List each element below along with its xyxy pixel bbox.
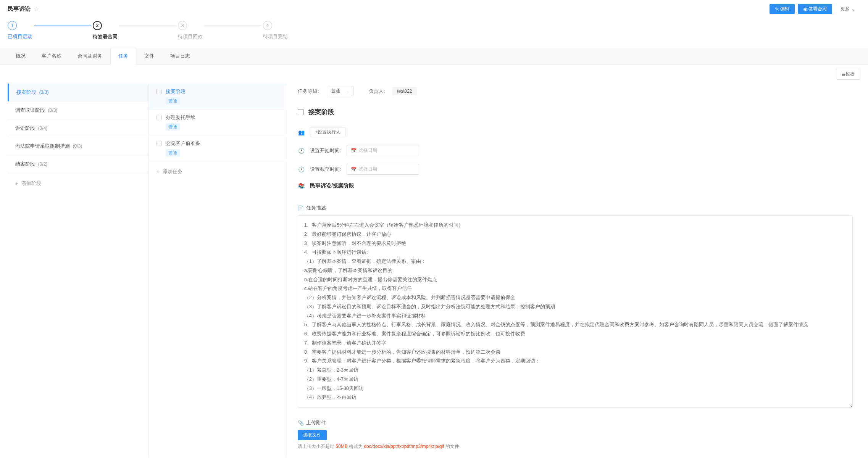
start-time-label: 设置开始时间: [310, 147, 341, 154]
breadcrumb-row: 📚 民事诉讼/接案阶段 [298, 179, 853, 193]
stage-item[interactable]: 调查取证阶段 (0/3) [8, 101, 148, 119]
task-priority-tag: 普通 [166, 97, 180, 105]
select-file-button[interactable]: 选取文件 [298, 430, 327, 440]
stage-name: 诉讼阶段 [15, 125, 35, 131]
date-placeholder: 选择日期 [359, 166, 377, 172]
upload-hint-prefix: 请上传大小不超过 [298, 444, 336, 449]
chevron-down-icon: ⌄ [346, 89, 349, 93]
upload-size-limit: 50MB [336, 444, 347, 449]
tab-files[interactable]: 文件 [136, 48, 162, 64]
step-4[interactable]: 4 待项目完结 [263, 21, 288, 40]
add-task-button[interactable]: + 添加任务 [149, 161, 286, 182]
step-2[interactable]: 2 待签署合同 [93, 21, 118, 40]
tab-tasks[interactable]: 任务 [110, 48, 136, 65]
task-header: 接案阶段 [156, 88, 278, 95]
users-icon: 👥 [298, 129, 305, 135]
page-header: 民事诉讼 ☆ ✎ 编辑 ◉ 签署合同 更多 ⌄ [0, 0, 868, 18]
tab-contract-finance[interactable]: 合同及财务 [69, 48, 110, 64]
description-header: 📄 任务描述 [298, 193, 853, 215]
owner-label: 负责人: [369, 88, 385, 95]
step-circle: 1 [8, 21, 17, 30]
template-button[interactable]: ≣模板 [836, 69, 860, 80]
step-line [119, 26, 176, 26]
upload-label: 上传附件 [306, 419, 326, 426]
add-stage-label: 添加阶段 [21, 180, 41, 187]
star-icon[interactable]: ☆ [34, 5, 39, 13]
date-placeholder: 选择日期 [359, 147, 377, 154]
calendar-icon: 📅 [351, 167, 357, 172]
clock-icon: 🕐 [298, 166, 305, 172]
step-3[interactable]: 3 待项目回款 [178, 21, 203, 40]
add-stage-button[interactable]: + 添加阶段 [8, 173, 148, 194]
task-item[interactable]: 办理委托手续 普通 [149, 110, 286, 135]
chevron-down-icon: ⌄ [851, 6, 855, 12]
start-date-input[interactable]: 📅 选择日期 [347, 145, 419, 156]
task-name: 接案阶段 [166, 88, 186, 95]
stage-count: (0/3) [48, 108, 58, 113]
step-circle: 2 [93, 21, 102, 30]
edit-button[interactable]: ✎ 编辑 [770, 4, 795, 14]
task-description-textarea[interactable]: 1、客户落座后5分钟左右进入会议室（留给客户熟悉环境和律所的时间） 2、最好能够… [298, 215, 853, 408]
detail-title-row: 接案阶段 [298, 104, 853, 123]
stage-item[interactable]: 诉讼阶段 (0/4) [8, 119, 148, 137]
step-line [34, 26, 91, 26]
start-time-row: 🕐 设置开始时间: 📅 选择日期 [298, 141, 853, 160]
detail-title: 接案阶段 [308, 108, 334, 116]
stage-list: 接案阶段 (0/3) 调查取证阶段 (0/3) 诉讼阶段 (0/4) 向法院申请… [8, 84, 149, 457]
stage-item[interactable]: 结案阶段 (0/2) [8, 155, 148, 173]
task-checkbox[interactable] [156, 89, 162, 94]
detail-meta: 任务等级: 普通 ⌄ 负责人: test022 [298, 84, 853, 104]
task-level-select[interactable]: 普通 ⌄ [327, 86, 353, 96]
task-name: 办理委托手续 [166, 114, 195, 121]
tab-log[interactable]: 项目日志 [162, 48, 198, 64]
stage-count: (0/4) [38, 126, 48, 131]
task-complete-checkbox[interactable] [298, 109, 304, 115]
description-icon: 📄 [298, 205, 304, 211]
task-name: 会见客户前准备 [166, 140, 200, 147]
stage-item[interactable]: 接案阶段 (0/3) [8, 84, 148, 101]
task-checkbox[interactable] [156, 115, 162, 120]
stage-item[interactable]: 向法院申请采取限制措施 (0/3) [8, 137, 148, 155]
task-detail: 任务等级: 普通 ⌄ 负责人: test022 接案阶段 👥 +设置执行人 🕐 … [286, 84, 860, 457]
task-checkbox[interactable] [156, 141, 162, 146]
more-button[interactable]: 更多 ⌄ [835, 4, 860, 14]
stage-name: 接案阶段 [16, 89, 36, 95]
progress-steps: 1 已项目启动 2 待签署合同 3 待项目回款 4 待项目完结 [0, 18, 868, 48]
add-executor-button[interactable]: +设置执行人 [310, 127, 345, 137]
step-1[interactable]: 1 已项目启动 [8, 21, 32, 40]
task-item[interactable]: 会见客户前准备 普通 [149, 135, 286, 161]
edit-button-label: 编辑 [780, 6, 789, 12]
owner-chip[interactable]: test022 [392, 87, 416, 95]
step-line [204, 26, 261, 26]
end-time-label: 设置截至时间: [310, 166, 341, 173]
main-content: 接案阶段 (0/3) 调查取证阶段 (0/3) 诉讼阶段 (0/4) 向法院申请… [0, 84, 868, 465]
task-toolbar: ≣模板 [0, 65, 868, 84]
header-left: 民事诉讼 ☆ [8, 5, 39, 13]
end-time-row: 🕐 设置截至时间: 📅 选择日期 [298, 160, 853, 179]
stage-count: (0/2) [38, 161, 48, 167]
step-circle: 4 [263, 21, 272, 30]
step-circle: 3 [178, 21, 187, 30]
stage-name: 结案阶段 [15, 161, 35, 167]
tab-overview[interactable]: 概况 [8, 48, 34, 64]
more-button-label: 更多 [841, 6, 850, 12]
task-level-label: 任务等级: [298, 88, 319, 95]
plus-icon: + [15, 180, 18, 187]
page-title: 民事诉讼 [8, 5, 31, 13]
tab-client[interactable]: 客户名称 [34, 48, 69, 64]
task-list: 接案阶段 普通 办理委托手续 普通 会见客户前准备 普通 + 添加任务 [149, 84, 286, 457]
stage-name: 调查取证阶段 [15, 107, 45, 113]
upload-header: 📎 上传附件 [298, 408, 853, 430]
end-date-input[interactable]: 📅 选择日期 [347, 164, 419, 175]
task-priority-tag: 普通 [166, 123, 180, 130]
task-item[interactable]: 接案阶段 普通 [149, 84, 286, 110]
pencil-icon: ✎ [775, 6, 779, 12]
attachment-icon: 📎 [298, 420, 304, 426]
header-right: ✎ 编辑 ◉ 签署合同 更多 ⌄ [770, 4, 860, 14]
sign-contract-button[interactable]: ◉ 签署合同 [798, 4, 832, 14]
stamp-icon: ◉ [803, 6, 807, 12]
task-breadcrumb: 民事诉讼/接案阶段 [310, 182, 354, 189]
stage-name: 向法院申请采取限制措施 [15, 143, 70, 149]
description-label: 任务描述 [306, 205, 326, 211]
step-label: 已项目启动 [8, 33, 32, 40]
